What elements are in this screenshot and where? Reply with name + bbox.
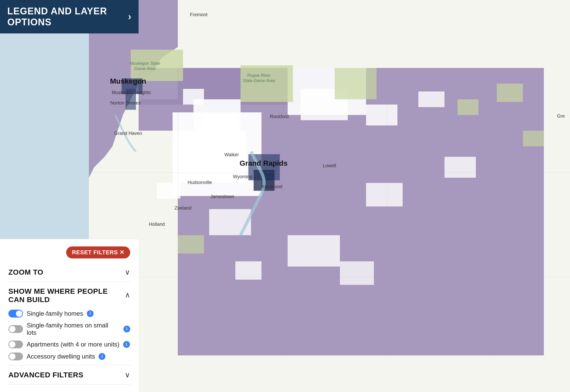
svg-text:Gre: Gre xyxy=(557,113,565,119)
toggle-row-single-family: Single-family homes i xyxy=(8,310,130,318)
svg-rect-21 xyxy=(209,209,251,235)
show-section-chevron-icon: ∨ xyxy=(125,291,130,300)
toggle-adu-label: Accessory dwelling units xyxy=(27,353,95,360)
svg-text:Lowell: Lowell xyxy=(323,163,336,168)
svg-text:Holland: Holland xyxy=(149,222,165,227)
svg-rect-7 xyxy=(183,89,204,105)
toggle-small-lots-knob xyxy=(9,326,15,332)
legend-header-button[interactable]: LEGEND AND LAYER OPTIONS › xyxy=(0,0,139,33)
map-transparent-area xyxy=(0,33,139,239)
svg-rect-24 xyxy=(444,157,476,178)
legend-header-label: LEGEND AND LAYER OPTIONS xyxy=(7,6,124,28)
svg-rect-13 xyxy=(241,65,293,102)
svg-text:Kentwood: Kentwood xyxy=(261,184,282,189)
advanced-filters-chevron-icon: ∨ xyxy=(125,371,130,379)
toggle-apartments-label: Apartments (with 4 or more units) xyxy=(27,341,119,348)
zoom-to-chevron-icon: ∨ xyxy=(125,268,130,276)
svg-rect-35 xyxy=(497,84,523,102)
svg-rect-37 xyxy=(178,235,204,253)
toggle-small-lots-label: Single-family homes on small lots xyxy=(27,322,120,336)
svg-rect-22 xyxy=(288,235,340,267)
toggle-row-adu: Accessory dwelling units i xyxy=(8,353,130,360)
legend-chevron-icon: › xyxy=(128,11,131,22)
advanced-filters-title: ADVANCED FILTERS xyxy=(8,371,83,379)
svg-text:Rogue River: Rogue River xyxy=(247,73,271,78)
left-panel: LEGEND AND LAYER OPTIONS › RESET FILTERS… xyxy=(0,0,139,392)
toggle-row-small-lots: Single-family homes on small lots i xyxy=(8,322,130,336)
svg-text:Walker: Walker xyxy=(224,152,239,157)
filter-panel: RESET FILTERS ✕ ZOOM TO ∨ SHOW ME WHERE … xyxy=(0,239,139,392)
svg-text:Zeeland: Zeeland xyxy=(174,205,191,211)
show-section-title: SHOW ME WHERE PEOPLE CAN BUILD xyxy=(8,287,125,304)
toggle-adu[interactable] xyxy=(8,353,23,360)
reset-section: RESET FILTERS ✕ xyxy=(8,246,130,263)
svg-text:State Game Area: State Game Area xyxy=(243,78,275,83)
zoom-to-title: ZOOM TO xyxy=(8,268,43,276)
advanced-filters-section-header[interactable]: ADVANCED FILTERS ∨ xyxy=(8,365,130,385)
svg-rect-23 xyxy=(366,183,403,206)
show-section-header[interactable]: SHOW ME WHERE PEOPLE CAN BUILD ∨ xyxy=(8,282,130,305)
info-icon-small-lots[interactable]: i xyxy=(123,326,130,332)
svg-rect-19 xyxy=(366,105,397,125)
toggle-apartments-knob xyxy=(9,341,15,348)
svg-rect-34 xyxy=(458,99,478,115)
toggle-single-family-label: Single-family homes xyxy=(27,310,83,317)
svg-rect-36 xyxy=(523,131,544,146)
toggle-row-apartments: Apartments (with 4 or more units) i xyxy=(8,341,130,348)
svg-text:Wyoming: Wyoming xyxy=(233,174,253,179)
svg-text:Grand Rapids: Grand Rapids xyxy=(240,159,288,167)
toggle-small-lots[interactable] xyxy=(8,325,23,333)
svg-rect-14 xyxy=(335,68,377,99)
info-icon-adu[interactable]: i xyxy=(99,353,105,360)
toggle-single-family-knob xyxy=(16,310,22,317)
layer-toggles: Single-family homes i Single-family home… xyxy=(8,305,130,365)
svg-text:Fremont: Fremont xyxy=(190,12,207,17)
info-icon-apartments[interactable]: i xyxy=(123,341,130,348)
svg-rect-20 xyxy=(418,91,444,107)
svg-rect-25 xyxy=(235,261,261,280)
svg-rect-3 xyxy=(139,99,178,131)
toggle-single-family[interactable] xyxy=(8,310,23,318)
reset-filters-button[interactable]: RESET FILTERS ✕ xyxy=(66,246,130,258)
svg-text:Jamestown: Jamestown xyxy=(210,194,234,199)
zoom-to-section-header[interactable]: ZOOM TO ∨ xyxy=(8,263,130,282)
svg-rect-26 xyxy=(340,261,374,285)
svg-rect-27 xyxy=(157,183,180,199)
svg-text:Hudsonville: Hudsonville xyxy=(187,180,212,185)
svg-text:Rockford: Rockford xyxy=(270,114,289,119)
toggle-adu-knob xyxy=(9,353,15,360)
info-icon-single-family[interactable]: i xyxy=(87,310,94,317)
toggle-apartments[interactable] xyxy=(8,341,23,348)
